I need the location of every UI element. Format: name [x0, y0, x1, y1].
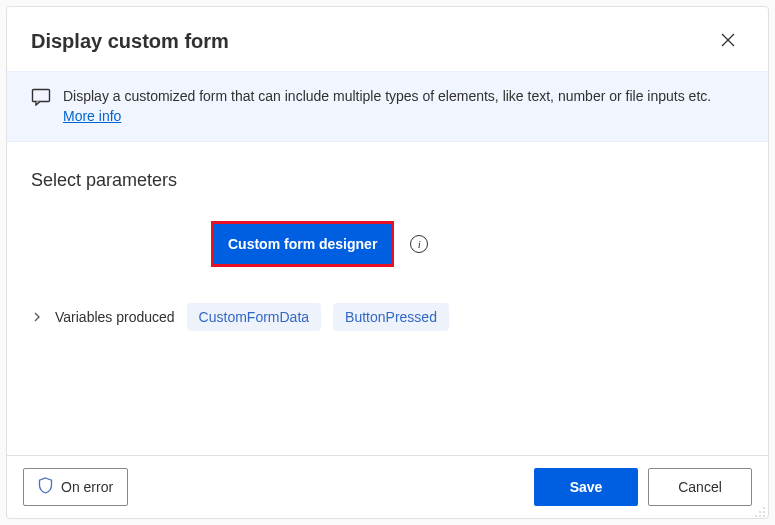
highlight-box: Custom form designer — [211, 221, 394, 267]
shield-icon — [38, 477, 53, 497]
custom-form-designer-button[interactable]: Custom form designer — [214, 224, 391, 264]
chip-customformdata[interactable]: CustomFormData — [187, 303, 321, 331]
info-icon[interactable]: i — [410, 235, 428, 253]
dialog: Display custom form Display a customized… — [6, 6, 769, 519]
svg-point-8 — [763, 515, 765, 517]
comment-icon — [31, 88, 51, 110]
svg-point-7 — [759, 515, 761, 517]
svg-rect-2 — [33, 90, 50, 102]
resize-grip-icon[interactable] — [754, 504, 766, 516]
footer-actions: Save Cancel — [534, 468, 752, 506]
info-description: Display a customized form that can inclu… — [63, 88, 711, 104]
svg-point-6 — [755, 515, 757, 517]
on-error-label: On error — [61, 479, 113, 495]
chip-buttonpressed[interactable]: ButtonPressed — [333, 303, 449, 331]
svg-point-4 — [759, 511, 761, 513]
svg-point-3 — [763, 507, 765, 509]
variables-label: Variables produced — [55, 309, 175, 325]
info-banner: Display a customized form that can inclu… — [7, 71, 768, 142]
section-title: Select parameters — [31, 170, 744, 191]
more-info-link[interactable]: More info — [63, 108, 121, 124]
dialog-header: Display custom form — [7, 7, 768, 71]
svg-point-5 — [763, 511, 765, 513]
on-error-button[interactable]: On error — [23, 468, 128, 506]
designer-row: Custom form designer i — [211, 221, 744, 267]
cancel-button[interactable]: Cancel — [648, 468, 752, 506]
close-button[interactable] — [712, 25, 744, 57]
save-button[interactable]: Save — [534, 468, 638, 506]
dialog-title: Display custom form — [31, 30, 229, 53]
content-area: Select parameters Custom form designer i… — [7, 142, 768, 455]
close-icon — [721, 33, 735, 50]
dialog-footer: On error Save Cancel — [7, 455, 768, 518]
chevron-right-icon[interactable] — [31, 311, 43, 323]
info-text: Display a customized form that can inclu… — [63, 86, 744, 127]
variables-row: Variables produced CustomFormData Button… — [31, 303, 744, 331]
